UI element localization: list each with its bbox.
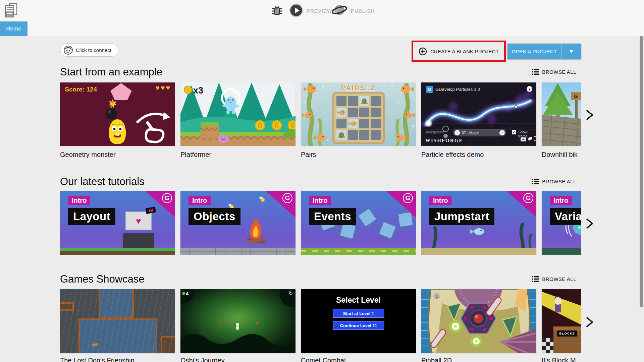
tile-character	[357, 207, 377, 228]
tutorial-card-events[interactable]: Intro Events G	[301, 191, 416, 255]
particles-app-title: GDevelop Particles 1.0	[435, 87, 480, 92]
tutorial-thumbnail: ♥ Hi Intro Layout G	[60, 191, 175, 255]
browse-all-tutorials[interactable]: BROWSE ALL	[532, 179, 576, 184]
publish-planet-icon[interactable]	[331, 3, 347, 17]
tutorial-card-variables[interactable]: +1 Intro Variab	[542, 191, 581, 255]
showcase-card-pinball[interactable]: 1 Pinball 2D	[421, 289, 536, 353]
open-project-button[interactable]: OPEN A PROJECT	[507, 44, 581, 59]
browse-all-showcase[interactable]: BROWSE ALL	[532, 276, 576, 282]
card-back	[371, 108, 381, 117]
gdevelop-mini-logo: G	[426, 86, 433, 93]
example-card-particles[interactable]: G GDevelop Particles 1.0 i Background ‹ …	[421, 82, 536, 146]
pairs-thumbnail: PAIRS: 2	[301, 82, 416, 146]
particles-thumbnail: G GDevelop Particles 1.0 i Background ‹ …	[421, 82, 536, 146]
ground-decor	[301, 248, 416, 255]
example-caption: Platformer	[180, 151, 211, 159]
score-text: Score: 124	[65, 86, 97, 93]
publish-label[interactable]: PUBLISH	[351, 8, 375, 14]
scroll-right-chevron[interactable]	[585, 218, 594, 229]
blocks-sign: BLOCKS	[557, 330, 577, 337]
example-card-pairs[interactable]: PAIRS: 2	[301, 82, 416, 146]
create-blank-project-button[interactable]: CREATE A BLANK PROJECT	[430, 49, 499, 54]
collectible-counter: 4	[186, 291, 189, 296]
prev-arrow-icon: ‹	[454, 130, 460, 135]
tutorials-row: ♥ Hi Intro Layout G	[60, 191, 581, 255]
browse-all-label: BROWSE ALL	[542, 179, 576, 184]
ground-decor	[421, 248, 536, 255]
swipe-hand-icon	[135, 109, 172, 144]
project-manager-icon[interactable]	[4, 3, 18, 19]
create-blank-project-highlight[interactable]: CREATE A BLANK PROJECT	[412, 41, 506, 62]
rain-overlay	[60, 289, 175, 353]
examples-row: Score: 124 ♥♥♥	[60, 82, 581, 160]
showcase-card-oshi[interactable]: 4 ↻ Oshi's Journey	[180, 289, 296, 353]
card-back	[336, 96, 346, 106]
card-back	[359, 130, 369, 140]
vertical-scrollbar[interactable]	[640, 36, 643, 307]
oshi-thumbnail: 4 ↻	[180, 289, 296, 353]
example-card-platformer[interactable]: x3 Platformer	[180, 82, 296, 146]
coin-sprites	[255, 121, 296, 130]
character-sprite	[554, 296, 562, 312]
downhill-scene: G	[542, 82, 581, 146]
preset-name: 07 - Magic	[461, 131, 498, 135]
list-icon	[532, 69, 539, 75]
section-title-showcase: Games Showcase	[60, 273, 145, 285]
showcase-card-lost-dog[interactable]: The Lost Dog's Frienship	[60, 289, 175, 353]
section-title-examples: Start from an example	[60, 66, 162, 78]
showcase-card-comet[interactable]: Select Level Start at Level 1 Continue L…	[301, 289, 416, 353]
caret-down-icon	[569, 50, 574, 53]
scroll-right-chevron[interactable]	[585, 316, 594, 328]
wishforge-logo-text: WISHFORGE	[425, 138, 463, 143]
connect-button[interactable]: Click to connect	[60, 43, 118, 57]
section-title-tutorials: Our latest tutorials	[60, 176, 145, 188]
fish-sprite	[470, 228, 484, 235]
pairs-card-grid	[332, 92, 385, 144]
character-sprite	[236, 323, 239, 330]
card-snail	[336, 130, 346, 140]
browse-all-examples[interactable]: BROWSE ALL	[532, 69, 576, 75]
showcase-card-blockman[interactable]: BLOCKS It's Block M	[542, 289, 581, 353]
preview-play-icon[interactable]	[289, 3, 303, 17]
tab-home[interactable]: Home	[0, 21, 28, 36]
tutorial-title: Objects	[189, 208, 240, 225]
monster-sprite	[106, 119, 128, 145]
showcase-row: The Lost Dog's Frienship	[60, 289, 581, 362]
gdevelop-logo: G	[523, 193, 533, 203]
gdevelop-logo: G	[162, 193, 172, 203]
plus-circle-icon	[419, 47, 427, 56]
list-icon	[532, 276, 539, 282]
tutorial-title: Layout	[68, 208, 115, 225]
next-arrow-icon: ›	[499, 130, 505, 135]
debugger-bug-icon[interactable]	[270, 4, 284, 17]
profile-avatar-icon	[64, 46, 73, 55]
scroll-right-chevron[interactable]	[585, 109, 594, 121]
showcase-caption: Comet Combat	[301, 357, 346, 362]
open-project-dropdown[interactable]	[561, 50, 581, 53]
sign-text: G	[574, 93, 578, 99]
objects-panel-decor	[123, 233, 154, 249]
lives-hearts: ♥♥♥	[156, 84, 171, 92]
example-caption: Pairs	[301, 151, 316, 159]
fish-sprite	[314, 134, 325, 141]
tile-character	[378, 221, 397, 240]
geometry-monster-thumbnail: Score: 124 ♥♥♥	[60, 82, 175, 146]
example-caption: Particle effects demo	[421, 151, 484, 159]
card-fish	[348, 119, 358, 128]
select-level-title: Select Level	[301, 296, 416, 305]
preview-label[interactable]: PREVIEW	[307, 8, 332, 14]
tutorial-card-objects[interactable]: Intro Objects G	[180, 191, 296, 255]
example-card-geometry-monster[interactable]: Score: 124 ♥♥♥	[60, 82, 175, 146]
tutorial-card-jumpstart[interactable]: Intro Jumpstart G	[421, 191, 536, 255]
card-snail	[359, 96, 369, 106]
showcase-caption: The Lost Dog's Frienship	[60, 357, 135, 362]
platformer-thumbnail: x3	[180, 82, 296, 146]
info-icon: i	[527, 86, 532, 92]
comet-thumbnail: Select Level Start at Level 1 Continue L…	[301, 289, 416, 353]
showcase-caption: Pinball 2D	[421, 357, 452, 362]
platformer-scene: x3	[180, 82, 296, 146]
intro-badge: Intro	[429, 196, 451, 205]
tutorial-card-layout[interactable]: ♥ Hi Intro Layout G	[60, 191, 175, 255]
example-card-downhill[interactable]: G Downhill bik	[542, 82, 581, 146]
tutorial-title: Variab	[550, 208, 581, 225]
